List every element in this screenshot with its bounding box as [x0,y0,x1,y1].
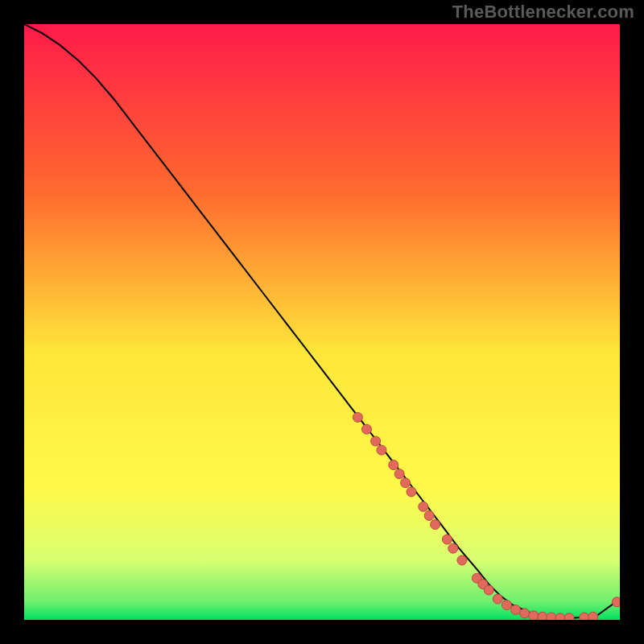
scatter-point [442,535,452,544]
scatter-point [407,487,416,497]
scatter-point [555,613,565,620]
scatter-point [520,609,530,618]
scatter-point [457,555,467,565]
scatter-point [353,412,362,422]
scatter-point [493,594,502,604]
chart-svg [24,24,620,620]
scatter-point [377,445,386,455]
scatter-point [502,601,511,610]
scatter-point [588,612,598,620]
scatter-point [484,585,493,595]
watermark-text: TheBottlenecker.com [452,2,634,23]
scatter-point [424,511,434,521]
scatter-point [389,460,398,470]
gradient-background [24,24,620,620]
scatter-point [394,469,404,479]
plot-area [24,24,620,620]
scatter-point [401,478,411,488]
scatter-point [371,436,381,446]
scatter-point [580,613,589,620]
scatter-point [564,613,574,620]
scatter-point [431,520,440,530]
scatter-point [448,543,458,553]
scatter-point [538,612,547,620]
scatter-point [547,613,556,620]
scatter-point [362,424,372,434]
scatter-point [529,611,539,620]
scatter-point [612,597,620,607]
scatter-point [419,502,428,511]
scatter-point [511,605,521,614]
chart-frame: TheBottlenecker.com [0,0,644,644]
